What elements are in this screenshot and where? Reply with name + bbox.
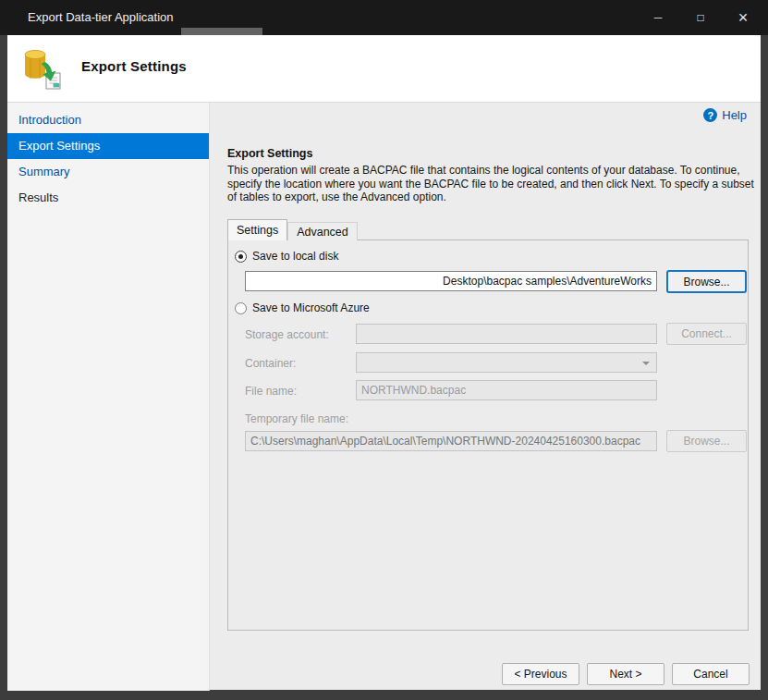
minimize-button[interactable]: ─ — [637, 0, 679, 35]
section-title: Export Settings — [227, 147, 312, 160]
maximize-icon: □ — [697, 11, 703, 24]
container-dropdown — [356, 352, 657, 373]
temp-file-name-input — [245, 431, 657, 451]
save-local-disk-radio[interactable] — [235, 251, 247, 263]
wizard-header: Export Settings — [7, 35, 761, 102]
save-azure-radio[interactable] — [235, 302, 247, 314]
connect-button: Connect... — [666, 323, 747, 345]
save-azure-option[interactable]: Save to Microsoft Azure — [235, 301, 370, 314]
wizard-content: Introduction Export Settings Summary Res… — [7, 102, 761, 690]
section-description: This operation will create a BACPAC file… — [227, 164, 762, 204]
chevron-down-icon — [642, 362, 650, 365]
storage-account-input — [356, 324, 657, 344]
minimize-icon: ─ — [654, 11, 663, 24]
sidebar-item-export-settings[interactable]: Export Settings — [7, 133, 209, 159]
wizard-footer: < Previous Next > Cancel — [502, 663, 750, 685]
help-link[interactable]: ? Help — [703, 108, 747, 122]
page-title: Export Settings — [81, 58, 187, 74]
title-bar: Export Data-tier Application ─ □ × — [0, 0, 768, 35]
temp-file-name-label: Temporary file name: — [245, 412, 348, 425]
sidebar-item-summary[interactable]: Summary — [7, 159, 209, 185]
help-label: Help — [722, 108, 747, 122]
close-button[interactable]: × — [722, 0, 764, 35]
local-path-input[interactable] — [245, 271, 657, 291]
next-button[interactable]: Next > — [587, 663, 664, 685]
file-name-label: File name: — [245, 385, 297, 398]
background-window-artifact — [181, 28, 262, 35]
wizard-steps-sidebar: Introduction Export Settings Summary Res… — [7, 103, 210, 691]
help-icon: ? — [703, 108, 717, 122]
save-local-disk-option[interactable]: Save to local disk — [235, 250, 338, 263]
save-local-disk-label: Save to local disk — [252, 250, 338, 263]
settings-tab-panel: Save to local disk Browse... Save to Mic… — [227, 239, 749, 631]
save-azure-label: Save to Microsoft Azure — [252, 301, 370, 314]
previous-button[interactable]: < Previous — [502, 663, 579, 685]
export-database-icon — [18, 45, 65, 95]
tab-settings[interactable]: Settings — [227, 219, 287, 240]
container-label: Container: — [245, 357, 296, 370]
window-controls: ─ □ × — [637, 0, 764, 35]
window-title: Export Data-tier Application — [28, 10, 174, 24]
cancel-button[interactable]: Cancel — [672, 663, 750, 685]
sidebar-item-introduction[interactable]: Introduction — [7, 107, 209, 133]
settings-tabstrip: Settings Advanced — [227, 219, 358, 240]
tab-advanced[interactable]: Advanced — [287, 222, 358, 240]
maximize-button[interactable]: □ — [679, 0, 722, 35]
main-panel: ? Help Export Settings This operation wi… — [211, 103, 761, 691]
file-name-input — [356, 380, 657, 400]
storage-account-label: Storage account: — [245, 328, 329, 341]
close-icon: × — [738, 8, 749, 28]
browse-temp-button: Browse... — [666, 430, 747, 452]
browse-local-button[interactable]: Browse... — [666, 270, 747, 293]
dialog-body: Export Settings Introduction Export Sett… — [7, 35, 761, 690]
sidebar-item-results[interactable]: Results — [7, 185, 209, 211]
